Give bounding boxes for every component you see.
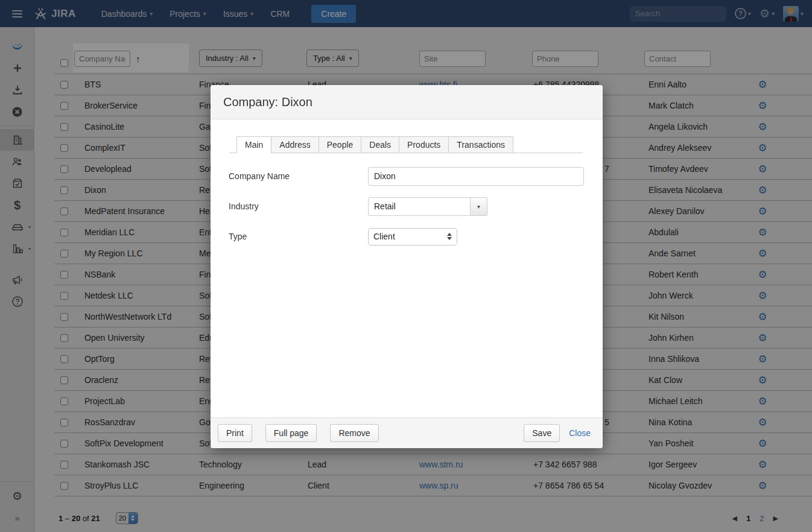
- industry-label: Industry: [229, 201, 368, 211]
- save-button[interactable]: Save: [524, 424, 560, 442]
- full-page-button[interactable]: Full page: [265, 424, 317, 442]
- dialog-form: Company Name Industry ▾ Type Client: [211, 153, 603, 246]
- select-arrows-icon: [447, 233, 452, 240]
- tab-address[interactable]: Address: [271, 136, 319, 153]
- company-name-label: Company Name: [229, 171, 368, 181]
- tab-main[interactable]: Main: [236, 136, 271, 153]
- type-label: Type: [229, 232, 368, 241]
- print-button[interactable]: Print: [218, 424, 252, 442]
- company-dialog: Company: Dixon MainAddressPeopleDealsPro…: [211, 85, 603, 448]
- tab-people[interactable]: People: [319, 136, 362, 153]
- dialog-header: Company: Dixon: [211, 85, 603, 119]
- dialog-footer: PrintFull pageRemove Save Close: [211, 417, 603, 448]
- industry-dropdown-button[interactable]: ▾: [471, 197, 487, 216]
- dialog-tabs: MainAddressPeopleDealsProductsTransactio…: [229, 136, 583, 153]
- tab-products[interactable]: Products: [399, 136, 449, 153]
- close-link[interactable]: Close: [569, 428, 591, 438]
- company-name-input[interactable]: [368, 167, 584, 186]
- industry-input[interactable]: [368, 197, 471, 216]
- dialog-title: Company: Dixon: [223, 95, 312, 109]
- tab-transactions[interactable]: Transactions: [448, 136, 513, 153]
- remove-button[interactable]: Remove: [330, 424, 378, 442]
- tab-deals[interactable]: Deals: [361, 136, 399, 153]
- chevron-down-icon: ▾: [477, 203, 480, 210]
- type-select[interactable]: Client: [368, 228, 457, 245]
